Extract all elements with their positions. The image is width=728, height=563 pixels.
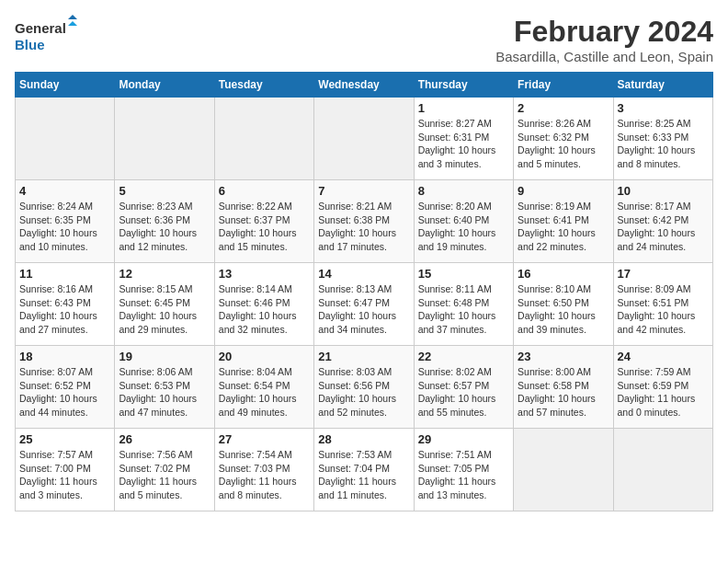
calendar-cell: 7Sunrise: 8:21 AM Sunset: 6:38 PM Daylig… (314, 180, 414, 263)
day-number: 11 (19, 267, 110, 281)
day-number: 2 (518, 101, 609, 115)
calendar-cell: 13Sunrise: 8:14 AM Sunset: 6:46 PM Dayli… (214, 263, 313, 346)
calendar-cell: 17Sunrise: 8:09 AM Sunset: 6:51 PM Dayli… (613, 263, 712, 346)
logo-svg: General Blue (15, 15, 79, 56)
calendar-cell (16, 98, 115, 180)
location: Basardilla, Castille and Leon, Spain (495, 49, 713, 64)
day-number: 19 (119, 350, 210, 363)
weekday-header: Thursday (414, 73, 513, 98)
calendar-cell: 27Sunrise: 7:54 AM Sunset: 7:03 PM Dayli… (214, 429, 313, 511)
calendar-header: SundayMondayTuesdayWednesdayThursdayFrid… (16, 73, 713, 98)
day-number: 27 (219, 432, 310, 446)
day-info: Sunrise: 8:22 AM Sunset: 6:37 PM Dayligh… (219, 200, 310, 254)
day-number: 7 (318, 184, 409, 198)
weekday-header: Wednesday (314, 73, 414, 98)
calendar-cell: 21Sunrise: 8:03 AM Sunset: 6:56 PM Dayli… (314, 346, 414, 429)
calendar-cell (214, 98, 313, 180)
calendar-cell (314, 98, 414, 180)
day-number: 10 (618, 184, 709, 198)
title-block: February 2024 Basardilla, Castille and L… (495, 15, 713, 64)
day-info: Sunrise: 8:07 AM Sunset: 6:52 PM Dayligh… (19, 365, 110, 419)
month-title: February 2024 (495, 15, 713, 49)
weekday-header: Tuesday (214, 73, 313, 98)
day-number: 26 (119, 432, 210, 446)
calendar-table: SundayMondayTuesdayWednesdayThursdayFrid… (15, 72, 713, 511)
day-info: Sunrise: 8:14 AM Sunset: 6:46 PM Dayligh… (219, 282, 310, 337)
calendar-cell: 25Sunrise: 7:57 AM Sunset: 7:00 PM Dayli… (16, 429, 115, 511)
calendar-cell (115, 98, 214, 180)
calendar-cell: 26Sunrise: 7:56 AM Sunset: 7:02 PM Dayli… (115, 429, 214, 511)
day-info: Sunrise: 8:15 AM Sunset: 6:45 PM Dayligh… (119, 282, 210, 337)
day-number: 14 (318, 267, 409, 281)
day-info: Sunrise: 8:25 AM Sunset: 6:33 PM Dayligh… (618, 117, 709, 171)
day-number: 17 (618, 267, 709, 281)
day-number: 8 (418, 184, 509, 198)
calendar-cell: 19Sunrise: 8:06 AM Sunset: 6:53 PM Dayli… (115, 346, 214, 429)
day-number: 23 (518, 350, 609, 363)
calendar-cell: 16Sunrise: 8:10 AM Sunset: 6:50 PM Dayli… (514, 263, 613, 346)
day-info: Sunrise: 8:11 AM Sunset: 6:48 PM Dayligh… (418, 282, 509, 337)
day-number: 6 (219, 184, 310, 198)
day-info: Sunrise: 8:04 AM Sunset: 6:54 PM Dayligh… (219, 365, 310, 419)
day-info: Sunrise: 7:54 AM Sunset: 7:03 PM Dayligh… (219, 448, 310, 502)
calendar-cell (514, 429, 613, 511)
calendar-cell: 9Sunrise: 8:19 AM Sunset: 6:41 PM Daylig… (514, 180, 613, 263)
day-info: Sunrise: 8:26 AM Sunset: 6:32 PM Dayligh… (518, 117, 609, 171)
day-number: 16 (518, 267, 609, 281)
calendar-cell: 12Sunrise: 8:15 AM Sunset: 6:45 PM Dayli… (115, 263, 214, 346)
day-number: 3 (618, 101, 709, 115)
day-info: Sunrise: 8:23 AM Sunset: 6:36 PM Dayligh… (119, 200, 210, 254)
day-info: Sunrise: 7:53 AM Sunset: 7:04 PM Dayligh… (318, 448, 409, 502)
day-number: 4 (19, 184, 110, 198)
calendar-cell: 2Sunrise: 8:26 AM Sunset: 6:32 PM Daylig… (514, 98, 613, 180)
calendar-cell: 11Sunrise: 8:16 AM Sunset: 6:43 PM Dayli… (16, 263, 115, 346)
day-number: 24 (618, 350, 709, 363)
day-info: Sunrise: 8:06 AM Sunset: 6:53 PM Dayligh… (119, 365, 210, 419)
calendar-cell: 8Sunrise: 8:20 AM Sunset: 6:40 PM Daylig… (414, 180, 513, 263)
day-info: Sunrise: 7:56 AM Sunset: 7:02 PM Dayligh… (119, 448, 210, 502)
calendar-cell: 28Sunrise: 7:53 AM Sunset: 7:04 PM Dayli… (314, 429, 414, 511)
day-number: 15 (418, 267, 509, 281)
calendar-cell: 18Sunrise: 8:07 AM Sunset: 6:52 PM Dayli… (16, 346, 115, 429)
logo: General Blue (15, 15, 79, 56)
day-info: Sunrise: 8:17 AM Sunset: 6:42 PM Dayligh… (618, 200, 709, 254)
day-info: Sunrise: 8:20 AM Sunset: 6:40 PM Dayligh… (418, 200, 509, 254)
day-info: Sunrise: 8:19 AM Sunset: 6:41 PM Dayligh… (518, 200, 609, 254)
day-info: Sunrise: 8:10 AM Sunset: 6:50 PM Dayligh… (518, 282, 609, 337)
weekday-header: Sunday (16, 73, 115, 98)
svg-marker-3 (68, 21, 77, 26)
day-info: Sunrise: 8:13 AM Sunset: 6:47 PM Dayligh… (318, 282, 409, 337)
day-number: 28 (318, 432, 409, 446)
day-number: 20 (219, 350, 310, 363)
calendar-cell: 14Sunrise: 8:13 AM Sunset: 6:47 PM Dayli… (314, 263, 414, 346)
calendar-cell: 6Sunrise: 8:22 AM Sunset: 6:37 PM Daylig… (214, 180, 313, 263)
day-number: 9 (518, 184, 609, 198)
calendar-cell: 24Sunrise: 7:59 AM Sunset: 6:59 PM Dayli… (613, 346, 712, 429)
day-info: Sunrise: 7:57 AM Sunset: 7:00 PM Dayligh… (19, 448, 110, 502)
day-info: Sunrise: 8:16 AM Sunset: 6:43 PM Dayligh… (19, 282, 110, 337)
day-number: 29 (418, 432, 509, 446)
day-number: 5 (119, 184, 210, 198)
calendar-cell: 23Sunrise: 8:00 AM Sunset: 6:58 PM Dayli… (514, 346, 613, 429)
calendar-cell: 10Sunrise: 8:17 AM Sunset: 6:42 PM Dayli… (613, 180, 712, 263)
calendar-cell: 3Sunrise: 8:25 AM Sunset: 6:33 PM Daylig… (613, 98, 712, 180)
day-number: 18 (19, 350, 110, 363)
day-number: 1 (418, 101, 509, 115)
weekday-header: Friday (514, 73, 613, 98)
svg-text:General: General (15, 20, 66, 36)
calendar-cell: 20Sunrise: 8:04 AM Sunset: 6:54 PM Dayli… (214, 346, 313, 429)
day-info: Sunrise: 8:21 AM Sunset: 6:38 PM Dayligh… (318, 200, 409, 254)
calendar-cell: 1Sunrise: 8:27 AM Sunset: 6:31 PM Daylig… (414, 98, 513, 180)
calendar-cell: 22Sunrise: 8:02 AM Sunset: 6:57 PM Dayli… (414, 346, 513, 429)
calendar-cell: 5Sunrise: 8:23 AM Sunset: 6:36 PM Daylig… (115, 180, 214, 263)
day-info: Sunrise: 7:51 AM Sunset: 7:05 PM Dayligh… (418, 448, 509, 502)
weekday-header: Monday (115, 73, 214, 98)
page-header: General Blue February 2024 Basardilla, C… (15, 15, 713, 64)
day-number: 13 (219, 267, 310, 281)
day-number: 12 (119, 267, 210, 281)
calendar-cell: 29Sunrise: 7:51 AM Sunset: 7:05 PM Dayli… (414, 429, 513, 511)
day-info: Sunrise: 8:27 AM Sunset: 6:31 PM Dayligh… (418, 117, 509, 171)
day-number: 21 (318, 350, 409, 363)
day-info: Sunrise: 8:00 AM Sunset: 6:58 PM Dayligh… (518, 365, 609, 419)
svg-text:Blue: Blue (15, 37, 45, 52)
